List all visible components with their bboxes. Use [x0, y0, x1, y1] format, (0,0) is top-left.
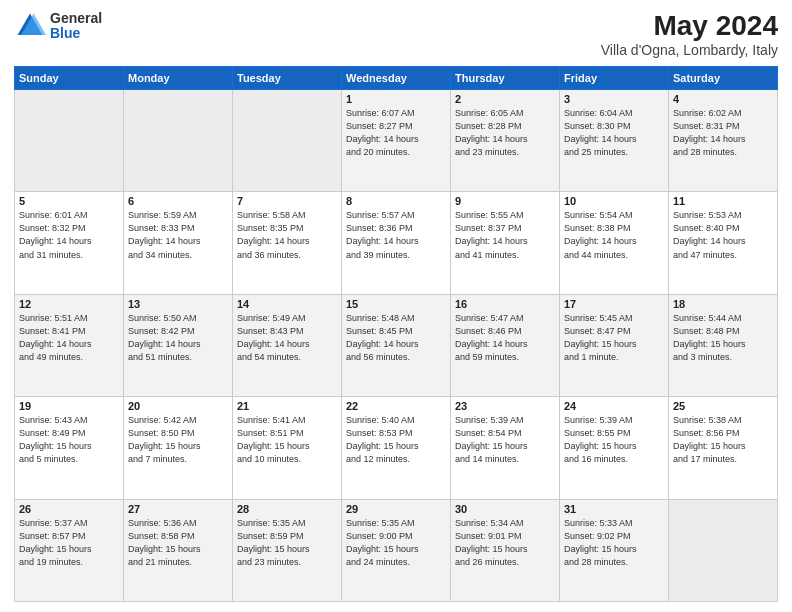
day-number: 8 — [346, 195, 446, 207]
table-row: 29Sunrise: 5:35 AM Sunset: 9:00 PM Dayli… — [342, 499, 451, 601]
table-row: 30Sunrise: 5:34 AM Sunset: 9:01 PM Dayli… — [451, 499, 560, 601]
day-info: Sunrise: 5:44 AM Sunset: 8:48 PM Dayligh… — [673, 312, 773, 364]
day-info: Sunrise: 6:01 AM Sunset: 8:32 PM Dayligh… — [19, 209, 119, 261]
day-number: 22 — [346, 400, 446, 412]
page: General Blue May 2024 Villa d'Ogna, Lomb… — [0, 0, 792, 612]
day-number: 18 — [673, 298, 773, 310]
day-info: Sunrise: 5:51 AM Sunset: 8:41 PM Dayligh… — [19, 312, 119, 364]
table-row: 16Sunrise: 5:47 AM Sunset: 8:46 PM Dayli… — [451, 294, 560, 396]
day-number: 5 — [19, 195, 119, 207]
table-row: 21Sunrise: 5:41 AM Sunset: 8:51 PM Dayli… — [233, 397, 342, 499]
calendar-table: Sunday Monday Tuesday Wednesday Thursday… — [14, 66, 778, 602]
day-number: 14 — [237, 298, 337, 310]
day-number: 23 — [455, 400, 555, 412]
day-number: 1 — [346, 93, 446, 105]
day-number: 9 — [455, 195, 555, 207]
day-info: Sunrise: 5:57 AM Sunset: 8:36 PM Dayligh… — [346, 209, 446, 261]
day-number: 19 — [19, 400, 119, 412]
day-number: 24 — [564, 400, 664, 412]
day-info: Sunrise: 5:50 AM Sunset: 8:42 PM Dayligh… — [128, 312, 228, 364]
day-info: Sunrise: 5:42 AM Sunset: 8:50 PM Dayligh… — [128, 414, 228, 466]
calendar-week-row: 1Sunrise: 6:07 AM Sunset: 8:27 PM Daylig… — [15, 90, 778, 192]
header-thursday: Thursday — [451, 67, 560, 90]
table-row: 4Sunrise: 6:02 AM Sunset: 8:31 PM Daylig… — [669, 90, 778, 192]
header-sunday: Sunday — [15, 67, 124, 90]
day-info: Sunrise: 5:39 AM Sunset: 8:54 PM Dayligh… — [455, 414, 555, 466]
day-info: Sunrise: 5:40 AM Sunset: 8:53 PM Dayligh… — [346, 414, 446, 466]
day-number: 6 — [128, 195, 228, 207]
day-number: 2 — [455, 93, 555, 105]
day-number: 16 — [455, 298, 555, 310]
day-info: Sunrise: 5:59 AM Sunset: 8:33 PM Dayligh… — [128, 209, 228, 261]
day-info: Sunrise: 5:38 AM Sunset: 8:56 PM Dayligh… — [673, 414, 773, 466]
logo-icon — [14, 10, 46, 42]
day-info: Sunrise: 6:07 AM Sunset: 8:27 PM Dayligh… — [346, 107, 446, 159]
calendar-week-row: 19Sunrise: 5:43 AM Sunset: 8:49 PM Dayli… — [15, 397, 778, 499]
header-friday: Friday — [560, 67, 669, 90]
table-row: 9Sunrise: 5:55 AM Sunset: 8:37 PM Daylig… — [451, 192, 560, 294]
calendar-week-row: 5Sunrise: 6:01 AM Sunset: 8:32 PM Daylig… — [15, 192, 778, 294]
table-row: 28Sunrise: 5:35 AM Sunset: 8:59 PM Dayli… — [233, 499, 342, 601]
title-block: May 2024 Villa d'Ogna, Lombardy, Italy — [601, 10, 778, 58]
day-info: Sunrise: 5:39 AM Sunset: 8:55 PM Dayligh… — [564, 414, 664, 466]
table-row: 23Sunrise: 5:39 AM Sunset: 8:54 PM Dayli… — [451, 397, 560, 499]
table-row: 7Sunrise: 5:58 AM Sunset: 8:35 PM Daylig… — [233, 192, 342, 294]
day-info: Sunrise: 5:34 AM Sunset: 9:01 PM Dayligh… — [455, 517, 555, 569]
table-row: 6Sunrise: 5:59 AM Sunset: 8:33 PM Daylig… — [124, 192, 233, 294]
day-info: Sunrise: 6:05 AM Sunset: 8:28 PM Dayligh… — [455, 107, 555, 159]
table-row: 11Sunrise: 5:53 AM Sunset: 8:40 PM Dayli… — [669, 192, 778, 294]
table-row: 25Sunrise: 5:38 AM Sunset: 8:56 PM Dayli… — [669, 397, 778, 499]
day-number: 25 — [673, 400, 773, 412]
weekday-header-row: Sunday Monday Tuesday Wednesday Thursday… — [15, 67, 778, 90]
day-number: 28 — [237, 503, 337, 515]
table-row: 3Sunrise: 6:04 AM Sunset: 8:30 PM Daylig… — [560, 90, 669, 192]
logo-text: General Blue — [50, 11, 102, 42]
logo-line1: General — [50, 11, 102, 26]
day-number: 11 — [673, 195, 773, 207]
day-number: 20 — [128, 400, 228, 412]
table-row: 27Sunrise: 5:36 AM Sunset: 8:58 PM Dayli… — [124, 499, 233, 601]
day-info: Sunrise: 6:04 AM Sunset: 8:30 PM Dayligh… — [564, 107, 664, 159]
day-number: 31 — [564, 503, 664, 515]
day-info: Sunrise: 5:35 AM Sunset: 9:00 PM Dayligh… — [346, 517, 446, 569]
day-info: Sunrise: 5:33 AM Sunset: 9:02 PM Dayligh… — [564, 517, 664, 569]
table-row: 15Sunrise: 5:48 AM Sunset: 8:45 PM Dayli… — [342, 294, 451, 396]
day-info: Sunrise: 6:02 AM Sunset: 8:31 PM Dayligh… — [673, 107, 773, 159]
day-number: 10 — [564, 195, 664, 207]
calendar-week-row: 26Sunrise: 5:37 AM Sunset: 8:57 PM Dayli… — [15, 499, 778, 601]
table-row: 5Sunrise: 6:01 AM Sunset: 8:32 PM Daylig… — [15, 192, 124, 294]
day-info: Sunrise: 5:36 AM Sunset: 8:58 PM Dayligh… — [128, 517, 228, 569]
table-row: 19Sunrise: 5:43 AM Sunset: 8:49 PM Dayli… — [15, 397, 124, 499]
table-row: 14Sunrise: 5:49 AM Sunset: 8:43 PM Dayli… — [233, 294, 342, 396]
day-number: 7 — [237, 195, 337, 207]
logo-line2: Blue — [50, 26, 102, 41]
logo: General Blue — [14, 10, 102, 42]
day-info: Sunrise: 5:47 AM Sunset: 8:46 PM Dayligh… — [455, 312, 555, 364]
table-row: 31Sunrise: 5:33 AM Sunset: 9:02 PM Dayli… — [560, 499, 669, 601]
header-monday: Monday — [124, 67, 233, 90]
day-info: Sunrise: 5:58 AM Sunset: 8:35 PM Dayligh… — [237, 209, 337, 261]
day-number: 3 — [564, 93, 664, 105]
day-number: 15 — [346, 298, 446, 310]
table-row: 10Sunrise: 5:54 AM Sunset: 8:38 PM Dayli… — [560, 192, 669, 294]
header-saturday: Saturday — [669, 67, 778, 90]
table-row: 2Sunrise: 6:05 AM Sunset: 8:28 PM Daylig… — [451, 90, 560, 192]
day-info: Sunrise: 5:53 AM Sunset: 8:40 PM Dayligh… — [673, 209, 773, 261]
table-row: 1Sunrise: 6:07 AM Sunset: 8:27 PM Daylig… — [342, 90, 451, 192]
day-info: Sunrise: 5:41 AM Sunset: 8:51 PM Dayligh… — [237, 414, 337, 466]
day-info: Sunrise: 5:45 AM Sunset: 8:47 PM Dayligh… — [564, 312, 664, 364]
table-row — [233, 90, 342, 192]
day-number: 29 — [346, 503, 446, 515]
table-row: 12Sunrise: 5:51 AM Sunset: 8:41 PM Dayli… — [15, 294, 124, 396]
table-row — [124, 90, 233, 192]
header-wednesday: Wednesday — [342, 67, 451, 90]
day-number: 12 — [19, 298, 119, 310]
table-row: 26Sunrise: 5:37 AM Sunset: 8:57 PM Dayli… — [15, 499, 124, 601]
day-number: 13 — [128, 298, 228, 310]
day-info: Sunrise: 5:49 AM Sunset: 8:43 PM Dayligh… — [237, 312, 337, 364]
day-info: Sunrise: 5:54 AM Sunset: 8:38 PM Dayligh… — [564, 209, 664, 261]
table-row: 17Sunrise: 5:45 AM Sunset: 8:47 PM Dayli… — [560, 294, 669, 396]
table-row — [669, 499, 778, 601]
table-row: 13Sunrise: 5:50 AM Sunset: 8:42 PM Dayli… — [124, 294, 233, 396]
day-info: Sunrise: 5:35 AM Sunset: 8:59 PM Dayligh… — [237, 517, 337, 569]
